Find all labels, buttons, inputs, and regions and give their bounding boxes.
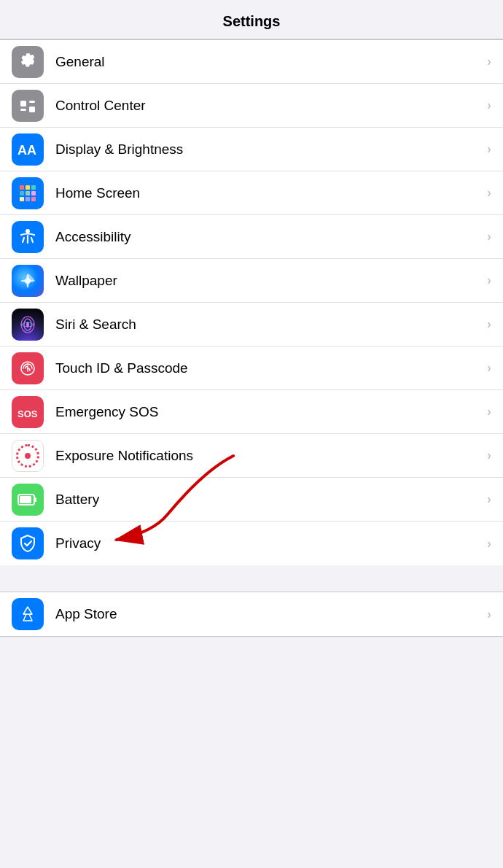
- svg-rect-1: [29, 101, 35, 103]
- privacy-label: Privacy: [55, 535, 487, 551]
- battery-label: Battery: [55, 492, 487, 508]
- control-center-label: Control Center: [55, 98, 487, 114]
- svg-text:AA: AA: [17, 143, 36, 158]
- svg-rect-6: [26, 185, 30, 190]
- sidebar-item-battery[interactable]: Battery ›: [0, 478, 503, 522]
- touch-id-chevron: ›: [487, 360, 491, 376]
- sidebar-item-touch-id[interactable]: Touch ID & Passcode ›: [0, 346, 503, 390]
- control-center-icon: [12, 90, 44, 122]
- svg-rect-5: [20, 185, 24, 190]
- sidebar-item-display[interactable]: AA Display & Brightness ›: [0, 128, 503, 171]
- sidebar-item-wallpaper[interactable]: Wallpaper ›: [0, 259, 503, 303]
- siri-icon: [12, 309, 44, 341]
- sidebar-item-accessibility[interactable]: Accessibility ›: [0, 215, 503, 259]
- privacy-icon: [12, 527, 44, 559]
- battery-chevron: ›: [487, 492, 491, 507]
- exposure-chevron: ›: [487, 448, 491, 463]
- svg-rect-3: [29, 106, 35, 112]
- appstore-icon: [12, 598, 44, 630]
- general-icon: [12, 46, 44, 78]
- svg-rect-11: [20, 197, 24, 201]
- wallpaper-icon: [12, 265, 44, 297]
- touch-id-label: Touch ID & Passcode: [55, 360, 487, 376]
- display-chevron: ›: [487, 142, 491, 157]
- svg-rect-21: [34, 497, 36, 502]
- settings-bottom-group: App Store ›: [0, 592, 503, 637]
- sidebar-item-exposure[interactable]: Exposure Notifications ›: [0, 434, 503, 478]
- touch-id-icon: [12, 352, 44, 384]
- svg-rect-13: [31, 197, 36, 201]
- siri-label: Siri & Search: [55, 317, 487, 333]
- svg-rect-10: [31, 191, 36, 195]
- appstore-chevron: ›: [487, 607, 491, 622]
- accessibility-label: Accessibility: [55, 229, 487, 245]
- emergency-label: Emergency SOS: [55, 404, 487, 420]
- sidebar-item-privacy[interactable]: Privacy ›: [0, 522, 503, 565]
- sidebar-item-siri[interactable]: Siri & Search ›: [0, 303, 503, 346]
- svg-rect-8: [20, 191, 24, 195]
- general-label: General: [55, 54, 487, 70]
- siri-chevron: ›: [487, 317, 491, 332]
- emergency-chevron: ›: [487, 404, 491, 419]
- page-title: Settings: [0, 13, 503, 30]
- section-divider: [0, 565, 503, 592]
- home-screen-label: Home Screen: [55, 185, 487, 201]
- display-label: Display & Brightness: [55, 142, 487, 158]
- home-screen-chevron: ›: [487, 185, 491, 201]
- control-center-chevron: ›: [487, 98, 491, 113]
- accessibility-icon: [12, 221, 44, 253]
- accessibility-chevron: ›: [487, 229, 491, 244]
- svg-text:SOS: SOS: [17, 408, 38, 419]
- svg-rect-0: [20, 101, 26, 106]
- settings-main-group: General › Control Center › AA Display & …: [0, 39, 503, 565]
- exposure-icon: [12, 440, 44, 472]
- general-chevron: ›: [487, 54, 491, 69]
- svg-rect-12: [26, 197, 30, 201]
- sidebar-item-control-center[interactable]: Control Center ›: [0, 84, 503, 128]
- sidebar-item-home-screen[interactable]: Home Screen ›: [0, 171, 503, 215]
- svg-point-14: [26, 229, 30, 233]
- svg-rect-9: [26, 191, 30, 195]
- home-screen-icon: [12, 177, 44, 209]
- sidebar-item-emergency[interactable]: SOS Emergency SOS ›: [0, 390, 503, 434]
- emergency-icon: SOS: [12, 396, 44, 428]
- wallpaper-label: Wallpaper: [55, 273, 487, 289]
- appstore-label: App Store: [55, 606, 487, 622]
- privacy-chevron: ›: [487, 536, 491, 551]
- sidebar-item-general[interactable]: General ›: [0, 40, 503, 84]
- exposure-label: Exposure Notifications: [55, 448, 487, 464]
- svg-rect-2: [20, 109, 26, 111]
- svg-rect-7: [31, 185, 36, 190]
- display-icon: AA: [12, 133, 44, 166]
- svg-rect-22: [20, 496, 31, 503]
- page-header: Settings: [0, 0, 503, 39]
- wallpaper-chevron: ›: [487, 273, 491, 288]
- sidebar-item-appstore[interactable]: App Store ›: [0, 592, 503, 636]
- battery-icon: [12, 484, 44, 516]
